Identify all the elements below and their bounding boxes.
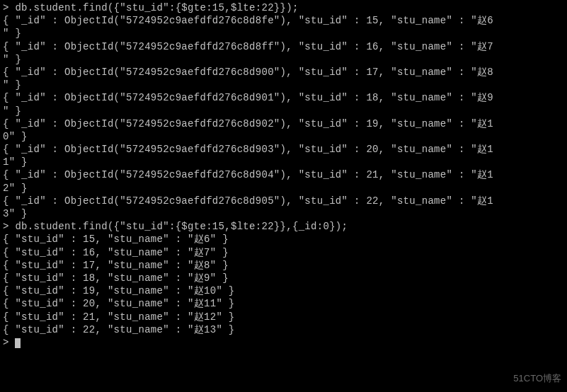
result2-row-4: { "stu_id" : 19, "stu_name" : "赵10" } [3,284,564,297]
result1-row-1: { "_id" : ObjectId("5724952c9aefdfd276c8… [3,40,564,53]
watermark: 51CTO博客 [513,373,561,385]
result1-row-2: { "_id" : ObjectId("5724952c9aefdfd276c8… [3,66,564,79]
result1-row-5-wrap: 1" } [3,156,564,168]
result1-row-6: { "_id" : ObjectId("5724952c9aefdfd276c8… [3,168,564,181]
result1-row-7: { "_id" : ObjectId("5724952c9aefdfd276c8… [3,195,564,207]
result1-row-2-wrap: " } [3,79,564,91]
command-line-2: > db.student.find({"stu_id":{$gte:15,$lt… [3,220,564,233]
result1-row-1-wrap: " } [3,53,564,66]
result1-row-4-wrap: 0" } [3,130,564,143]
result2-row-0: { "stu_id" : 15, "stu_name" : "赵6" } [3,233,564,246]
result2-row-5: { "stu_id" : 20, "stu_name" : "赵11" } [3,297,564,310]
result1-row-4: { "_id" : ObjectId("5724952c9aefdfd276c8… [3,117,564,130]
result1-row-6-wrap: 2" } [3,182,564,195]
command-line-1: > db.student.find({"stu_id":{$gte:15,$lt… [3,1,564,14]
result1-row-5: { "_id" : ObjectId("5724952c9aefdfd276c8… [3,143,564,156]
result1-row-3: { "_id" : ObjectId("5724952c9aefdfd276c8… [3,91,564,104]
prompt-line[interactable]: > [3,336,564,349]
result2-row-7: { "stu_id" : 22, "stu_name" : "赵13" } [3,323,564,336]
result2-row-6: { "stu_id" : 21, "stu_name" : "赵12" } [3,311,564,323]
result2-row-2: { "stu_id" : 17, "stu_name" : "赵8" } [3,259,564,272]
terminal-output[interactable]: > db.student.find({"stu_id":{$gte:15,$lt… [3,1,564,349]
result1-row-7-wrap: 3" } [3,207,564,220]
result1-row-3-wrap: " } [3,105,564,117]
result1-row-0-wrap: " } [3,27,564,40]
cursor-icon [15,338,21,348]
result2-row-3: { "stu_id" : 18, "stu_name" : "赵9" } [3,272,564,284]
result1-row-0: { "_id" : ObjectId("5724952c9aefdfd276c8… [3,14,564,27]
result2-row-1: { "stu_id" : 16, "stu_name" : "赵7" } [3,246,564,259]
